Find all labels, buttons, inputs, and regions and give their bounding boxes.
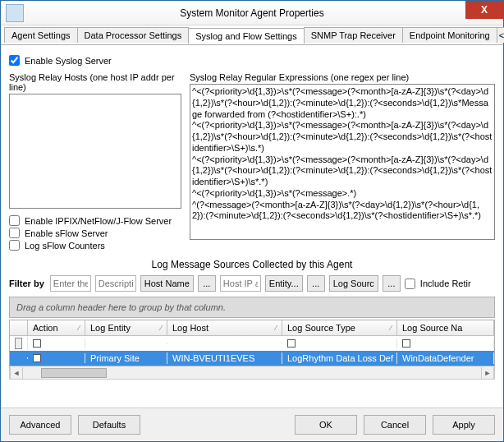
filter-bar: Filter by Host Name ... Entity... ... Lo…: [9, 275, 495, 292]
scroll-thumb[interactable]: [41, 368, 107, 378]
logsource-button[interactable]: Log Sourc: [329, 275, 378, 292]
sort-icon: ⁄: [275, 324, 277, 332]
cell-log-source-type: LogRhythm Data Loss Def: [282, 352, 397, 364]
log-sflow-checkbox[interactable]: [9, 240, 20, 251]
tab-scroll-left[interactable]: <: [497, 27, 504, 43]
log-sflow-row[interactable]: Log sFlow Counters: [9, 240, 181, 251]
hostname-button[interactable]: Host Name: [140, 275, 194, 292]
log-sflow-label: Log sFlow Counters: [25, 241, 105, 251]
grid-filter-row: [10, 336, 494, 351]
cell-log-source-name: WinDataDefender: [397, 352, 494, 364]
sort-icon: ⁄: [160, 324, 162, 332]
enable-sflow-row[interactable]: Enable sFlow Server: [9, 228, 181, 238]
filter-check-srctype[interactable]: [287, 339, 296, 348]
tab-content: Enable Syslog Server Syslog Relay Hosts …: [1, 45, 503, 407]
relay-hosts-textarea[interactable]: [9, 94, 181, 209]
enable-ipfix-checkbox[interactable]: [9, 215, 20, 226]
grid-header: Action⁄ Log Entity⁄ Log Host⁄ Log Source…: [10, 320, 494, 336]
filter-check-action[interactable]: [33, 339, 41, 348]
enable-syslog-checkbox[interactable]: [9, 55, 20, 66]
sources-title: Log Message Sources Collected by this Ag…: [9, 259, 495, 270]
grid-hscrollbar[interactable]: ◄ ►: [9, 366, 495, 380]
enable-ipfix-label: Enable IPFIX/NetFlow/J-Flow Server: [25, 216, 172, 226]
entity-browse-button[interactable]: ...: [307, 275, 325, 292]
dialog-window: System Monitor Agent Properties X Agent …: [0, 0, 504, 442]
advanced-button[interactable]: Advanced: [9, 415, 71, 435]
enable-sflow-label: Enable sFlow Server: [25, 228, 108, 238]
scroll-right-icon[interactable]: ►: [481, 367, 494, 379]
tab-syslog-and-flow-settings[interactable]: Syslog and Flow Settings: [188, 28, 305, 44]
row-selector-icon[interactable]: [15, 338, 22, 349]
tab-bar: Agent Settings Data Processor Settings S…: [1, 25, 503, 45]
dialog-footer: Advanced Defaults OK Cancel Apply: [1, 407, 503, 441]
include-retired-row[interactable]: Include Retir: [405, 279, 471, 289]
col-log-source-name[interactable]: Log Source Na: [397, 320, 494, 335]
cancel-button[interactable]: Cancel: [364, 415, 426, 435]
tab-snmp-trap-receiver[interactable]: SNMP Trap Receiver: [304, 27, 403, 43]
enable-sflow-checkbox[interactable]: [9, 228, 20, 238]
ok-button[interactable]: OK: [295, 415, 357, 435]
apply-button[interactable]: Apply: [433, 415, 495, 435]
col-log-host[interactable]: Log Host⁄: [167, 320, 282, 335]
filter-label: Filter by: [9, 279, 44, 288]
sort-icon: ⁄: [78, 324, 80, 332]
filter-check-srcname[interactable]: [402, 339, 410, 348]
table-row[interactable]: Primary Site WIN-BVEUTI1EVES LogRhythm D…: [10, 351, 494, 366]
sources-grid: Action⁄ Log Entity⁄ Log Host⁄ Log Source…: [9, 320, 495, 366]
col-log-entity[interactable]: Log Entity⁄: [85, 320, 167, 335]
enable-syslog-label: Enable Syslog Server: [25, 56, 112, 66]
tab-data-processor-settings[interactable]: Data Processor Settings: [77, 27, 190, 43]
entity-button[interactable]: Entity...: [265, 275, 303, 292]
window-title: System Monitor Agent Properties: [1, 7, 503, 19]
regex-textarea[interactable]: ^<(?<priority>\d{1,3})>\s*(?<message>(?<…: [190, 84, 495, 240]
include-retired-label: Include Retir: [420, 279, 471, 288]
grid-corner[interactable]: [10, 320, 28, 335]
hostname-browse-button[interactable]: ...: [198, 275, 216, 292]
include-retired-checkbox[interactable]: [405, 279, 415, 289]
titlebar: System Monitor Agent Properties X: [1, 1, 503, 25]
col-action[interactable]: Action⁄: [28, 320, 85, 335]
sort-icon: ⁄: [390, 324, 392, 332]
row-action-checkbox[interactable]: [33, 354, 41, 362]
cell-log-host: WIN-BVEUTI1EVES: [167, 352, 282, 364]
tab-endpoint-monitoring[interactable]: Endpoint Monitoring: [402, 27, 497, 43]
grid-group-panel[interactable]: Drag a column header here to group by th…: [9, 297, 495, 318]
tab-agent-settings[interactable]: Agent Settings: [4, 27, 78, 43]
scroll-left-icon[interactable]: ◄: [10, 367, 23, 379]
enable-syslog-row[interactable]: Enable Syslog Server: [9, 55, 495, 66]
defaults-button[interactable]: Defaults: [78, 415, 140, 435]
filter-enter-input[interactable]: [50, 275, 91, 292]
close-button[interactable]: X: [465, 1, 503, 19]
filter-hostip-input[interactable]: [220, 275, 261, 292]
logsource-browse-button[interactable]: ...: [383, 275, 401, 292]
col-log-source-type[interactable]: Log Source Type⁄: [282, 320, 397, 335]
cell-log-entity: Primary Site: [85, 352, 167, 364]
filter-description-input[interactable]: [95, 275, 136, 292]
regex-label: Syslog Relay Regular Expressions (one re…: [190, 72, 495, 82]
relay-hosts-label: Syslog Relay Hosts (one host IP addr per…: [9, 72, 181, 92]
enable-ipfix-row[interactable]: Enable IPFIX/NetFlow/J-Flow Server: [9, 215, 181, 226]
